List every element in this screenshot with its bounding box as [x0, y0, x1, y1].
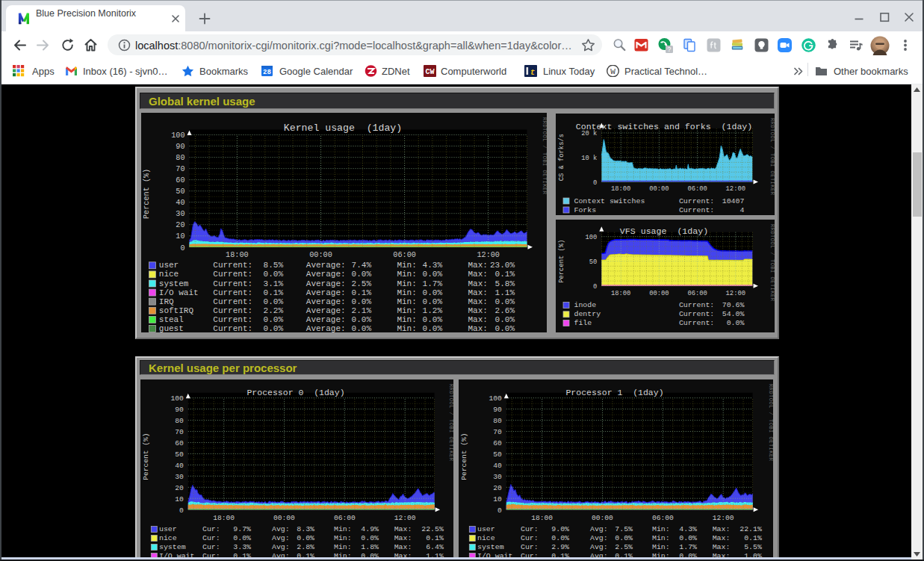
svg-text:Min:: Min:	[652, 543, 670, 551]
svg-text:Average:: Average:	[306, 315, 346, 324]
svg-text:1.1%: 1.1%	[495, 288, 515, 297]
svg-text:06:00: 06:00	[393, 251, 416, 259]
svg-text:80: 80	[176, 154, 185, 162]
svg-text:Min:: Min:	[652, 525, 670, 533]
svg-text:softIRQ: softIRQ	[159, 306, 194, 315]
svg-text:0.0%: 0.0%	[423, 270, 443, 279]
svg-text:00:00: 00:00	[273, 514, 295, 522]
svg-text:Current:: Current:	[213, 315, 252, 324]
svg-text:Percent (%): Percent (%)	[558, 240, 565, 283]
svg-text:0.0%: 0.0%	[423, 288, 443, 297]
svg-text:Processor 1 (1day): Processor 1 (1day)	[565, 388, 663, 397]
svg-text:0.0%: 0.0%	[551, 534, 569, 542]
svg-text:18:00: 18:00	[213, 514, 235, 522]
svg-text:Min:: Min:	[397, 288, 416, 297]
svg-text:user: user	[477, 525, 495, 533]
svg-text:Average:: Average:	[306, 324, 346, 332]
svg-text:12:00: 12:00	[726, 290, 745, 297]
svg-text:54.0%: 54.0%	[722, 310, 745, 318]
svg-text:Avg:: Avg:	[590, 534, 608, 542]
svg-text:RRDTOOL / TOBI OETIKER: RRDTOOL / TOBI OETIKER	[448, 384, 453, 462]
svg-text:2.5%: 2.5%	[615, 543, 633, 551]
svg-text:RRDTOOL / TOBI OETIKER: RRDTOOL / TOBI OETIKER	[768, 384, 773, 462]
svg-text:80: 80	[493, 417, 502, 425]
svg-text:30: 30	[175, 473, 184, 481]
svg-text:00:00: 00:00	[649, 185, 669, 193]
svg-text:0: 0	[593, 179, 597, 187]
svg-text:Avg:: Avg:	[272, 525, 290, 533]
svg-text:Current:: Current:	[213, 279, 252, 288]
svg-text:30: 30	[493, 473, 502, 481]
svg-text:100: 100	[171, 131, 185, 140]
svg-text:0.0%: 0.0%	[423, 297, 443, 306]
svg-text:0.0%: 0.0%	[615, 534, 633, 542]
svg-text:0.1%: 0.1%	[264, 288, 284, 297]
svg-text:Max:: Max:	[468, 279, 488, 288]
svg-text:Min:: Min:	[334, 534, 352, 542]
svg-text:0: 0	[179, 506, 184, 515]
svg-text:1.7%: 1.7%	[679, 543, 697, 551]
svg-text:inode: inode	[574, 301, 597, 309]
svg-text:Avg:: Avg:	[590, 525, 608, 533]
svg-text:Min:: Min:	[334, 543, 352, 551]
svg-text:70: 70	[175, 428, 184, 436]
svg-text:0.1%: 0.1%	[352, 288, 372, 297]
svg-text:40: 40	[175, 462, 184, 470]
svg-text:0.0%: 0.0%	[264, 315, 284, 324]
svg-text:Current:: Current:	[213, 261, 252, 270]
svg-text:2.1%: 2.1%	[352, 306, 372, 315]
svg-text:20: 20	[175, 484, 184, 492]
svg-text:100: 100	[489, 394, 503, 403]
svg-text:Cur:: Cur:	[521, 534, 539, 542]
svg-text:Min:: Min:	[334, 525, 352, 533]
svg-text:Max:: Max:	[468, 270, 488, 279]
svg-text:0.0%: 0.0%	[264, 324, 284, 332]
svg-text:0.0%: 0.0%	[264, 297, 284, 306]
svg-text:Min:: Min:	[397, 279, 416, 288]
svg-text:9.7%: 9.7%	[233, 525, 251, 533]
svg-text:steal: steal	[159, 315, 184, 324]
svg-text:Current:: Current:	[213, 297, 252, 306]
svg-text:Max:: Max:	[713, 543, 731, 551]
svg-text:06:00: 06:00	[652, 514, 674, 522]
svg-text:0: 0	[497, 506, 502, 515]
svg-text:0.0%: 0.0%	[233, 534, 251, 542]
svg-text:CS & forks/s: CS & forks/s	[558, 134, 565, 181]
svg-text:Avg:: Avg:	[590, 543, 608, 551]
svg-text:Max:: Max:	[468, 261, 488, 270]
svg-text:12:00: 12:00	[726, 185, 745, 193]
svg-text:2.9%: 2.9%	[551, 543, 569, 551]
svg-text:Cur:: Cur:	[202, 543, 220, 551]
svg-text:0: 0	[180, 244, 185, 252]
svg-text:Context switches: Context switches	[574, 197, 645, 205]
svg-text:4.3%: 4.3%	[423, 261, 443, 270]
svg-text:2.5%: 2.5%	[352, 279, 372, 288]
svg-text:5.8%: 5.8%	[495, 279, 515, 288]
svg-text:Cur:: Cur:	[521, 543, 539, 551]
svg-text:22.5%: 22.5%	[421, 525, 444, 533]
svg-text:4.9%: 4.9%	[361, 525, 379, 533]
svg-text:Min:: Min:	[397, 306, 416, 315]
svg-text:system: system	[477, 543, 504, 551]
svg-text:Current:: Current:	[213, 270, 252, 279]
svg-text:Max:: Max:	[713, 525, 731, 533]
svg-text:4: 4	[739, 206, 744, 214]
svg-text:30: 30	[176, 210, 185, 218]
svg-text:20: 20	[176, 221, 185, 229]
svg-text:?: ?	[667, 46, 671, 54]
svg-text:system: system	[159, 279, 189, 288]
svg-text:0.1%: 0.1%	[426, 534, 444, 542]
svg-text:Average:: Average:	[306, 261, 346, 270]
svg-text:RRDTOOL / TOBI OETIKER: RRDTOOL / TOBI OETIKER	[769, 118, 775, 196]
svg-text:0.0%: 0.0%	[352, 315, 372, 324]
svg-text:Average:: Average:	[306, 306, 346, 315]
svg-text:50: 50	[493, 450, 502, 459]
svg-text:90: 90	[175, 406, 184, 414]
svg-text:Current:: Current:	[213, 324, 252, 332]
svg-text:RRDTOOL / TOBI OETIKER: RRDTOOL / TOBI OETIKER	[542, 117, 547, 195]
svg-text:0.1%: 0.1%	[744, 534, 762, 542]
svg-text:80: 80	[175, 417, 184, 425]
svg-text:Current:: Current:	[679, 310, 714, 318]
svg-text:00:00: 00:00	[649, 290, 669, 297]
svg-text:90: 90	[493, 406, 502, 414]
